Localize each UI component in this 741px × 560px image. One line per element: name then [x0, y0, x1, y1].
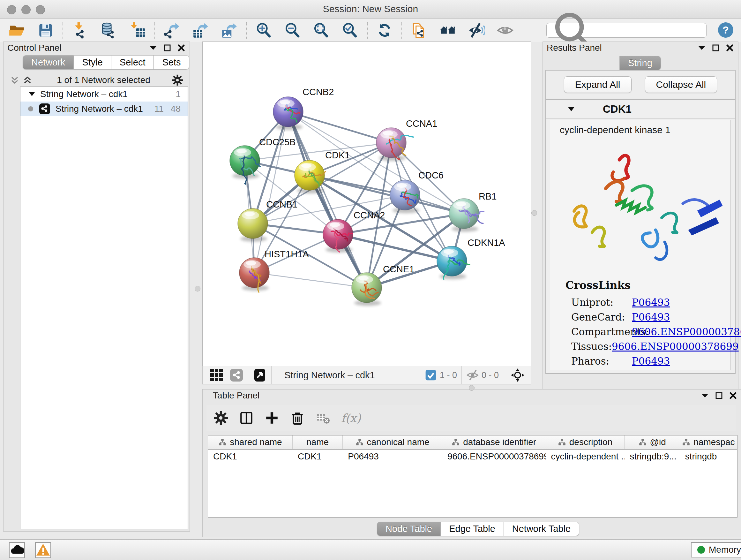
refresh-icon[interactable]	[376, 22, 393, 39]
column-header-description[interactable]: description	[546, 435, 625, 449]
selected-count-checkbox-icon[interactable]	[425, 369, 436, 381]
annotation-mode-icon[interactable]	[253, 368, 267, 382]
table-cell[interactable]: cyclin-dependent ...	[546, 449, 625, 463]
crosslink-link[interactable]: 9606.ENSP00000378699	[612, 341, 739, 352]
zoom-fit-icon[interactable]	[313, 22, 330, 39]
tab-network[interactable]: Network	[23, 55, 74, 70]
network-canvas[interactable]: CCNB2 CCNA1 CDC25B CDK1	[202, 42, 531, 366]
table-cell[interactable]: CDK1	[293, 449, 343, 463]
network-view-icon[interactable]	[229, 368, 244, 382]
export-network-icon[interactable]	[163, 22, 181, 39]
delete-column-icon[interactable]	[290, 411, 305, 425]
cloud-icon	[10, 543, 24, 557]
table-cell[interactable]: P06493	[343, 449, 442, 463]
hide-details-icon[interactable]	[468, 22, 485, 39]
cloud-button[interactable]	[9, 542, 25, 558]
column-header-label: database identifier	[463, 437, 536, 447]
delete-table-icon	[316, 411, 330, 425]
network-node-HIST1H1A[interactable]	[239, 258, 269, 293]
float-panel-icon[interactable]	[715, 391, 724, 400]
export-image-icon[interactable]	[221, 22, 238, 39]
horizontal-splitter-handle[interactable]	[469, 385, 475, 391]
tab-edge-table[interactable]: Edge Table	[441, 522, 504, 536]
table-panel: Table Panel f(x) shared namenamecanonica…	[202, 389, 741, 537]
string-network-icon	[39, 103, 51, 115]
homes-icon[interactable]	[439, 22, 456, 39]
node-label-CCNB1: CCNB1	[266, 199, 297, 209]
control-panel-title: Control Panel	[7, 43, 149, 53]
table-options-gear-icon[interactable]	[213, 411, 228, 425]
table-cell[interactable]: stringdb	[680, 449, 737, 463]
import-network-icon[interactable]	[71, 22, 89, 39]
column-type-icon	[452, 438, 460, 446]
collection-label: String Network – cdk1	[40, 89, 128, 99]
collapse-all-button[interactable]: Collapse All	[645, 76, 718, 93]
expand-all-button[interactable]: Expand All	[564, 76, 631, 93]
column-header-@id[interactable]: @id	[624, 435, 680, 449]
search-box[interactable]	[546, 23, 706, 38]
close-panel-icon[interactable]	[729, 391, 738, 400]
collapse-all-icon[interactable]	[10, 75, 19, 85]
table-cell[interactable]: CDK1	[208, 449, 293, 463]
crosslink-link[interactable]: P06493	[632, 355, 670, 367]
tab-network-table[interactable]: Network Table	[504, 522, 579, 536]
network-row-selected[interactable]: String Network – cdk1 11 48	[20, 102, 188, 116]
open-file-icon[interactable]	[8, 22, 25, 39]
zoom-out-icon[interactable]	[284, 22, 301, 39]
grid-view-icon[interactable]	[210, 368, 224, 382]
column-header-name[interactable]: name	[293, 435, 343, 449]
add-column-icon[interactable]	[265, 411, 279, 425]
table-row[interactable]: CDK1CDK1P064939606.ENSP00000378699cyclin…	[208, 449, 737, 463]
column-header-shared-name[interactable]: shared name	[208, 435, 293, 449]
crosslink-link[interactable]: 9606.ENSP00000378699	[632, 326, 741, 337]
collection-expander-icon[interactable]	[28, 90, 36, 98]
float-panel-icon[interactable]	[711, 44, 720, 52]
left-splitter-handle[interactable]	[195, 286, 200, 292]
table-cell[interactable]: stringdb:9...	[624, 449, 680, 463]
network-collection-row[interactable]: String Network – cdk1 1	[20, 87, 188, 102]
crosslink-link[interactable]: P06493	[632, 297, 670, 308]
tab-style[interactable]: Style	[74, 55, 111, 70]
column-header-namespac[interactable]: namespac	[680, 435, 737, 449]
panel-menu-icon[interactable]	[697, 44, 706, 52]
right-splitter-handle[interactable]	[531, 210, 537, 216]
export-table-icon[interactable]	[192, 22, 209, 39]
column-header-database-identifier[interactable]: database identifier	[442, 435, 546, 449]
panel-menu-icon[interactable]	[700, 391, 710, 400]
panel-menu-icon[interactable]	[149, 44, 158, 52]
float-panel-icon[interactable]	[163, 44, 172, 52]
node-label-CCNB2: CCNB2	[302, 87, 334, 97]
close-panel-icon[interactable]	[177, 44, 186, 52]
crosslink-link[interactable]: P06493	[632, 311, 670, 323]
column-header-label: name	[307, 437, 329, 447]
hidden-count-eye-icon[interactable]	[466, 369, 479, 381]
help-button[interactable]: ?	[718, 22, 733, 38]
close-panel-icon[interactable]	[725, 44, 734, 52]
show-details-icon[interactable]	[496, 22, 514, 39]
column-header-label: namespac	[693, 437, 735, 447]
memory-button[interactable]: Memory	[691, 542, 741, 557]
tab-string[interactable]: String	[619, 56, 661, 70]
network-options-gear-icon[interactable]	[172, 74, 183, 86]
import-table-icon[interactable]	[129, 22, 146, 39]
card-expander-icon[interactable]	[567, 105, 576, 113]
tab-node-table[interactable]: Node Table	[377, 522, 441, 536]
show-columns-icon[interactable]	[239, 411, 254, 425]
column-header-canonical-name[interactable]: canonical name	[343, 435, 442, 449]
memory-status-dot-icon	[697, 546, 705, 554]
table-panel-title: Table Panel	[213, 390, 700, 401]
save-icon[interactable]	[37, 22, 54, 39]
search-input[interactable]	[598, 24, 706, 37]
expand-all-icon[interactable]	[23, 75, 32, 85]
column-type-icon	[558, 438, 566, 446]
tab-sets[interactable]: Sets	[154, 55, 189, 70]
node-label-CDC6: CDC6	[418, 170, 444, 180]
duplicate-network-icon[interactable]	[410, 22, 428, 39]
zoom-in-icon[interactable]	[255, 22, 273, 39]
tab-select[interactable]: Select	[111, 55, 154, 70]
warnings-button[interactable]	[35, 542, 51, 558]
import-database-icon[interactable]	[100, 22, 118, 39]
zoom-selected-icon[interactable]	[341, 22, 359, 39]
birdseye-view-icon[interactable]	[511, 368, 525, 382]
table-cell[interactable]: 9606.ENSP00000378699	[442, 449, 546, 463]
